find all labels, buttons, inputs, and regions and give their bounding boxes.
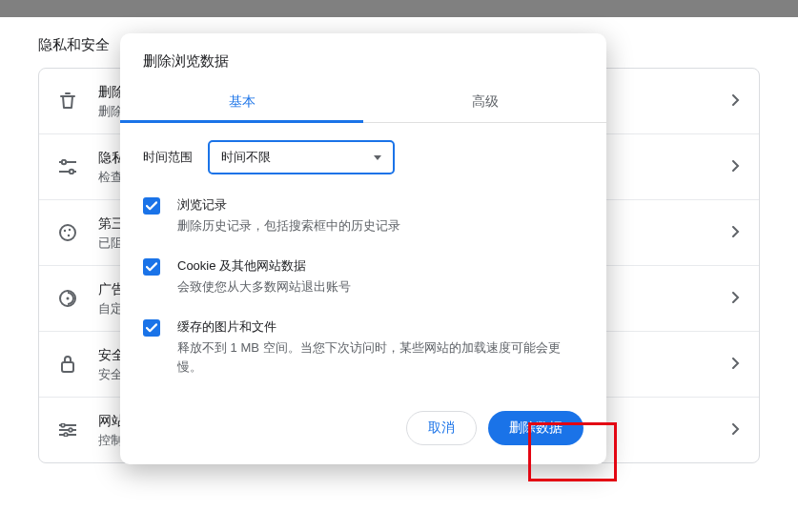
svg-point-10 — [69, 428, 72, 432]
top-bar — [0, 0, 798, 17]
svg-point-2 — [60, 225, 75, 240]
sliders-icon — [58, 420, 77, 440]
clear-data-button[interactable]: 删除数据 — [488, 411, 583, 445]
option-browsing-history[interactable]: 浏览记录 删除历史记录，包括搜索框中的历史记录 — [143, 195, 583, 235]
chevron-right-icon — [732, 224, 740, 241]
svg-point-11 — [64, 433, 68, 437]
chevron-right-icon — [732, 158, 740, 175]
option-title: 缓存的图片和文件 — [177, 317, 583, 337]
tab-basic[interactable]: 基本 — [120, 82, 363, 122]
dialog-actions: 取消 删除数据 — [120, 401, 606, 445]
time-range-label: 时间范围 — [143, 149, 193, 166]
time-range-value: 时间不限 — [221, 149, 271, 166]
option-subtitle: 删除历史记录，包括搜索框中的历史记录 — [177, 216, 400, 235]
option-title: Cookie 及其他网站数据 — [177, 256, 351, 276]
svg-rect-8 — [62, 362, 73, 372]
option-cookies[interactable]: Cookie 及其他网站数据 会致使您从大多数网站退出账号 — [143, 256, 583, 297]
checkbox-checked-icon[interactable] — [143, 258, 160, 276]
lock-icon — [58, 355, 77, 374]
chevron-right-icon — [732, 290, 740, 307]
svg-point-9 — [61, 423, 65, 427]
ads-icon — [58, 289, 77, 308]
trash-icon — [58, 92, 77, 111]
cookie-icon — [58, 223, 77, 242]
time-range-row: 时间范围 时间不限 — [143, 140, 583, 174]
dialog-title: 删除浏览数据 — [120, 33, 606, 82]
tab-advanced[interactable]: 高级 — [363, 82, 606, 122]
option-subtitle: 释放不到 1 MB 空间。当您下次访问时，某些网站的加载速度可能会更慢。 — [177, 338, 583, 377]
dialog-body: 时间范围 时间不限 浏览记录 删除历史记录，包括搜索框中的历史记录 Cookie… — [120, 123, 606, 401]
option-text: 浏览记录 删除历史记录，包括搜索框中的历史记录 — [177, 195, 400, 235]
clear-browsing-data-dialog: 删除浏览数据 基本 高级 时间范围 时间不限 浏览记录 删除历史记录，包括搜索框… — [120, 33, 606, 464]
svg-point-7 — [67, 297, 70, 300]
svg-point-5 — [68, 235, 70, 236]
checkbox-checked-icon[interactable] — [143, 319, 160, 337]
chevron-right-icon — [732, 92, 740, 110]
svg-point-3 — [64, 230, 66, 232]
cancel-button[interactable]: 取消 — [406, 411, 477, 445]
option-cached-files[interactable]: 缓存的图片和文件 释放不到 1 MB 空间。当您下次访问时，某些网站的加载速度可… — [143, 317, 583, 377]
svg-point-1 — [70, 170, 73, 174]
svg-point-4 — [69, 229, 71, 231]
chevron-right-icon — [732, 356, 740, 373]
option-text: 缓存的图片和文件 释放不到 1 MB 空间。当您下次访问时，某些网站的加载速度可… — [177, 317, 583, 377]
option-title: 浏览记录 — [177, 195, 400, 215]
chevron-right-icon — [732, 421, 740, 439]
svg-point-0 — [62, 160, 66, 164]
checkbox-checked-icon[interactable] — [143, 197, 160, 215]
caret-down-icon — [374, 155, 381, 160]
time-range-select[interactable]: 时间不限 — [208, 140, 395, 174]
option-text: Cookie 及其他网站数据 会致使您从大多数网站退出账号 — [177, 256, 351, 297]
tune-icon — [58, 157, 77, 176]
dialog-tabs: 基本 高级 — [120, 82, 606, 123]
option-subtitle: 会致使您从大多数网站退出账号 — [177, 277, 351, 297]
